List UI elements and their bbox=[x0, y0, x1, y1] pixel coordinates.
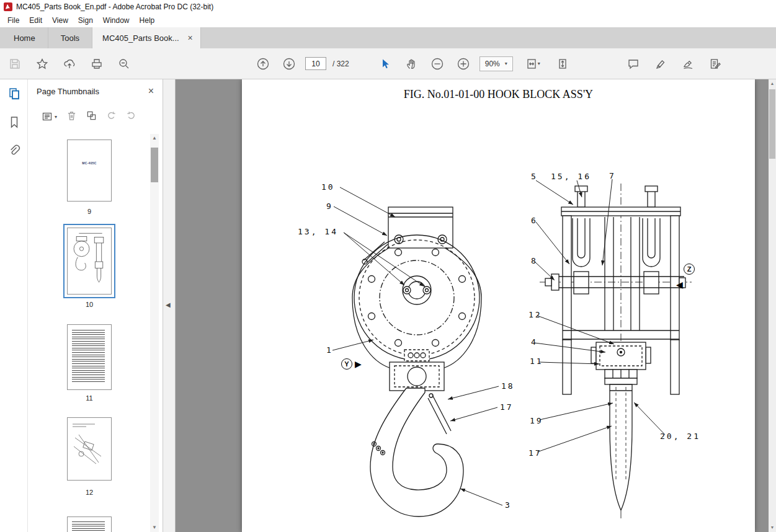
scrollbar-thumb[interactable] bbox=[151, 148, 158, 182]
caret-down-icon: ▾ bbox=[505, 61, 507, 66]
callout-19: 19 bbox=[530, 416, 543, 425]
callout-8: 8 bbox=[531, 256, 538, 265]
caret-down-icon: ▾ bbox=[538, 61, 540, 66]
scroll-up-icon[interactable]: ▲ bbox=[150, 134, 159, 143]
rotate-ccw-button[interactable] bbox=[106, 110, 117, 123]
thumbnail-label-9: 9 bbox=[67, 208, 112, 215]
menu-window[interactable]: Window bbox=[98, 15, 135, 26]
callout-6: 6 bbox=[531, 216, 538, 225]
toolbar-center-group: / 322 90% ▾ ▾ bbox=[253, 48, 573, 79]
rotate-cw-button[interactable] bbox=[126, 110, 136, 123]
view-y-arrow-icon: ▶ bbox=[355, 360, 362, 368]
thumbnail-label-10: 10 bbox=[67, 301, 112, 308]
callout-3: 3 bbox=[505, 500, 512, 510]
thumbnail-page-11[interactable] bbox=[67, 324, 112, 390]
page-number-input[interactable] bbox=[305, 57, 326, 70]
callout-20-21: 20, 21 bbox=[660, 432, 700, 441]
callout-15-16: 15, 16 bbox=[551, 172, 591, 181]
callout-17b: 17 bbox=[528, 448, 542, 458]
view-z-marker: Z bbox=[684, 264, 695, 275]
caret-down-icon: ▾ bbox=[55, 114, 57, 120]
select-tool-button[interactable] bbox=[375, 54, 395, 74]
fit-width-dropdown[interactable]: ▾ bbox=[519, 54, 546, 74]
scroll-down-icon[interactable]: ▼ bbox=[150, 523, 159, 532]
thumbnail-art bbox=[68, 418, 111, 480]
save-button[interactable] bbox=[5, 54, 25, 74]
view-y-marker: Y bbox=[341, 358, 352, 370]
thumbnail-page-13[interactable] bbox=[67, 516, 112, 532]
sign-pen-button[interactable] bbox=[678, 54, 698, 74]
tab-document-label: MC405_Parts Book... bbox=[102, 33, 179, 43]
callout-13-14: 13, 14 bbox=[298, 227, 338, 236]
scroll-down-icon[interactable]: ▼ bbox=[769, 524, 776, 531]
tab-close-icon[interactable]: × bbox=[188, 33, 193, 42]
bookmarks-panel-button[interactable] bbox=[0, 108, 28, 136]
thumbnail-cover-text: MC-405C bbox=[68, 161, 111, 165]
hand-tool-button[interactable] bbox=[401, 54, 421, 74]
callout-11: 11 bbox=[530, 357, 543, 366]
panel-splitter[interactable]: ◀ bbox=[163, 79, 176, 532]
callout-9: 9 bbox=[326, 202, 333, 211]
callout-17: 17 bbox=[500, 402, 514, 412]
star-favorite-button[interactable] bbox=[32, 54, 52, 74]
delete-pages-button[interactable] bbox=[66, 110, 77, 123]
print-button[interactable] bbox=[87, 54, 107, 74]
main-toolbar: / 322 90% ▾ ▾ bbox=[0, 48, 776, 79]
zoom-level-dropdown[interactable]: 90% ▾ bbox=[479, 56, 513, 71]
navigation-rail bbox=[0, 79, 28, 532]
acrobat-app-icon bbox=[4, 2, 12, 11]
callout-4: 4 bbox=[531, 337, 538, 347]
callout-5: 5 bbox=[531, 172, 538, 181]
sidebar-scrollbar[interactable]: ▲ ▼ bbox=[150, 134, 159, 532]
thumbnail-art bbox=[67, 228, 112, 295]
menu-view[interactable]: View bbox=[47, 15, 73, 26]
attachments-panel-button[interactable] bbox=[0, 136, 28, 165]
page-thumbnails-panel: Page Thumbnails × ▾ MC-405C 9 bbox=[28, 79, 163, 532]
collapse-panel-icon[interactable]: ◀ bbox=[166, 301, 171, 308]
document-viewport: FIG. No.01-01-00 HOOK BLOCK ASS'Y bbox=[176, 79, 776, 532]
toolbar-right-group bbox=[623, 48, 725, 79]
panel-header: Page Thumbnails × bbox=[28, 79, 163, 103]
scrollbar-thumb[interactable] bbox=[769, 89, 775, 159]
menu-edit[interactable]: Edit bbox=[24, 15, 47, 26]
zoom-out-button[interactable] bbox=[427, 54, 447, 74]
thumbnail-page-10-selected[interactable] bbox=[63, 224, 115, 298]
callout-18: 18 bbox=[501, 381, 515, 391]
scroll-up-icon[interactable]: ▲ bbox=[769, 80, 776, 87]
thumbnail-page-12[interactable] bbox=[67, 417, 112, 481]
panel-toolbar: ▾ bbox=[28, 105, 163, 128]
thumbnail-label-11: 11 bbox=[67, 394, 112, 402]
fill-sign-button[interactable] bbox=[705, 54, 725, 74]
page-display-button[interactable] bbox=[553, 54, 573, 74]
menu-file[interactable]: File bbox=[2, 15, 24, 26]
thumbnail-page-9[interactable]: MC-405C bbox=[67, 140, 112, 202]
next-page-button[interactable] bbox=[279, 54, 299, 74]
tab-home[interactable]: Home bbox=[1, 27, 48, 48]
panel-title: Page Thumbnails bbox=[37, 87, 99, 96]
menu-sign[interactable]: Sign bbox=[73, 15, 98, 26]
highlight-button[interactable] bbox=[651, 54, 671, 74]
menu-help[interactable]: Help bbox=[135, 15, 160, 26]
panel-close-icon[interactable]: × bbox=[148, 86, 154, 97]
menu-bar: File Edit View Sign Window Help bbox=[0, 14, 776, 27]
previous-page-button[interactable] bbox=[253, 54, 273, 74]
comment-button[interactable] bbox=[623, 54, 643, 74]
pdf-page: FIG. No.01-01-00 HOOK BLOCK ASS'Y bbox=[242, 79, 755, 532]
thumbnail-label-12: 12 bbox=[67, 489, 112, 496]
page-count-label: / 322 bbox=[332, 60, 349, 68]
thumbnail-table-art bbox=[72, 521, 105, 532]
title-bar: MC405_Parts Book_En.pdf - Adobe Acrobat … bbox=[0, 0, 776, 14]
zoom-in-button[interactable] bbox=[453, 54, 473, 74]
document-scrollbar[interactable]: ▲ ▼ bbox=[769, 79, 776, 532]
tab-bar: Home Tools MC405_Parts Book... × bbox=[0, 27, 776, 48]
share-button[interactable] bbox=[60, 54, 79, 74]
tab-tools[interactable]: Tools bbox=[48, 27, 92, 48]
callout-10: 10 bbox=[321, 182, 335, 192]
thumbnail-options-button[interactable]: ▾ bbox=[42, 111, 57, 122]
zoom-level-value: 90% bbox=[485, 60, 500, 68]
callout-7: 7 bbox=[609, 171, 616, 180]
resize-thumbnails-button[interactable] bbox=[86, 110, 97, 123]
marquee-zoom-button[interactable] bbox=[114, 54, 134, 74]
tab-document[interactable]: MC405_Parts Book... × bbox=[92, 27, 201, 48]
page-thumbnails-panel-button[interactable] bbox=[0, 79, 28, 108]
